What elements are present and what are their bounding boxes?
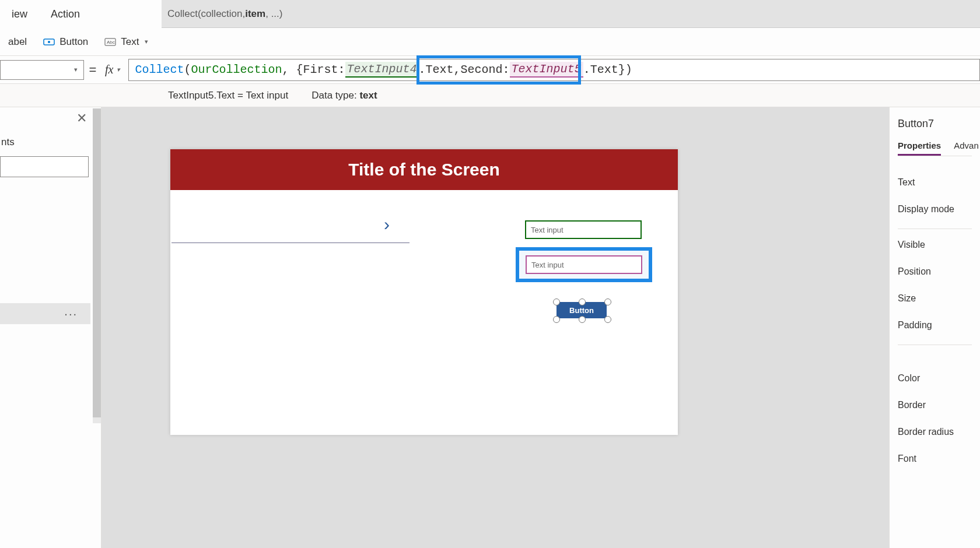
prop-border-radius[interactable]: Border radius (898, 419, 972, 445)
insert-text-button[interactable]: Abc Text ▾ (96, 28, 156, 55)
selection-handle[interactable] (604, 298, 611, 305)
formula-input[interactable]: Collect ( OurCollection , { First: TextI… (128, 59, 980, 81)
divider (898, 345, 972, 345)
selection-handle[interactable] (579, 316, 586, 323)
button-icon (43, 36, 55, 48)
formula-result-value: TextInput5.Text = Text input (168, 90, 288, 101)
insert-label-button[interactable]: abel (0, 28, 35, 55)
tab-advanced[interactable]: Advan (954, 140, 979, 156)
tree-selected-item[interactable]: ··· (0, 303, 90, 324)
chevron-right-icon[interactable]: › (384, 215, 390, 234)
menu-bar: iew Action Collect(collection, item , ..… (0, 0, 980, 28)
main-area: ✕ nts ··· Title of the Screen › Text inp… (0, 107, 980, 548)
formula-result-bar: TextInput5.Text = Text input Data type: … (0, 84, 980, 107)
divider-line (172, 243, 410, 243)
properties-tabs: Properties Advan (898, 140, 972, 156)
formula-bar-row: ▾ = fx ▾ Collect ( OurCollection , { Fir… (0, 56, 980, 84)
tree-tab-components[interactable]: nts (0, 134, 16, 150)
chevron-down-icon: ▾ (145, 38, 148, 45)
selection-handle[interactable] (553, 316, 560, 323)
close-icon[interactable]: ✕ (76, 111, 87, 126)
tab-properties[interactable]: Properties (898, 140, 941, 156)
formula-token-comma: , (454, 63, 461, 76)
formula-token-identifier: OurCollection (191, 63, 282, 76)
prop-display-mode[interactable]: Display mode (898, 196, 972, 223)
prop-border[interactable]: Border (898, 392, 972, 419)
selection-handle[interactable] (553, 298, 560, 305)
selected-control-name: Button7 (898, 118, 972, 130)
selection-handle[interactable] (604, 316, 611, 323)
formula-token-paren: ( (184, 63, 191, 76)
ribbon-toolbar: abel Button Abc Text ▾ item: A record or… (0, 28, 980, 56)
divider (898, 229, 972, 229)
formula-sig-suffix: , ...) (265, 8, 282, 20)
prop-font[interactable]: Font (898, 445, 972, 472)
canvas-area: Title of the Screen › Text input Text in… (102, 107, 889, 548)
equals-sign: = (84, 62, 102, 78)
formula-token-prop: .Text (419, 63, 454, 76)
formula-token-key: Second: (461, 63, 510, 76)
datatype-value: text (359, 90, 377, 101)
formula-token-ref-textinput4: TextInput4 (345, 62, 419, 78)
more-icon[interactable]: ··· (64, 307, 78, 321)
menu-action[interactable]: Action (39, 0, 92, 28)
menu-view[interactable]: iew (0, 0, 39, 28)
datatype-label: Data type: (312, 90, 359, 101)
prop-padding[interactable]: Padding (898, 312, 972, 339)
formula-sig-current-param: item (245, 8, 265, 20)
prop-color[interactable]: Color (898, 365, 972, 392)
fx-button[interactable]: fx ▾ (102, 63, 124, 76)
formula-token-comma: , { (282, 63, 303, 76)
fx-label-text: fx (105, 63, 113, 76)
prop-visible[interactable]: Visible (898, 231, 972, 258)
formula-token-ref-textinput5: TextInput5 (510, 62, 583, 78)
tree-scrollbar-thumb[interactable] (93, 108, 101, 417)
tree-search-input[interactable] (0, 156, 89, 177)
formula-token-close: }) (618, 63, 632, 76)
prop-text[interactable]: Text (898, 169, 972, 196)
text-input-5[interactable]: Text input (526, 255, 642, 274)
formula-result-datatype: Data type: text (312, 90, 377, 101)
chevron-down-icon: ▾ (117, 66, 120, 73)
ribbon-button-text: Button (60, 36, 88, 48)
screen-title-label[interactable]: Title of the Screen (170, 149, 678, 190)
screen-canvas[interactable]: Title of the Screen › Text input Text in… (170, 149, 678, 435)
selection-handle[interactable] (579, 298, 586, 305)
formula-signature-tooltip: Collect(collection, item , ...) (162, 0, 980, 28)
svg-text:Abc: Abc (107, 40, 115, 45)
svg-point-1 (48, 41, 50, 43)
ribbon-text-text: Text (121, 36, 139, 48)
insert-button-button[interactable]: Button (35, 28, 96, 55)
prop-position[interactable]: Position (898, 258, 972, 285)
formula-token-function: Collect (135, 63, 184, 76)
properties-panel: Button7 Properties Advan Text Display mo… (889, 107, 980, 548)
text-input-4[interactable]: Text input (525, 220, 642, 239)
chevron-down-icon: ▾ (74, 66, 78, 73)
formula-token-key: First: (303, 63, 345, 76)
prop-size[interactable]: Size (898, 285, 972, 312)
ribbon-label-text: abel (8, 36, 27, 48)
annotation-highlight-textinput5: Text input (516, 247, 652, 282)
property-selector-dropdown[interactable]: ▾ (0, 60, 84, 80)
formula-sig-prefix: Collect(collection, (167, 8, 245, 20)
tree-view-panel: ✕ nts ··· (0, 107, 102, 548)
formula-token-prop: .Text (583, 63, 618, 76)
text-icon: Abc (104, 36, 116, 48)
